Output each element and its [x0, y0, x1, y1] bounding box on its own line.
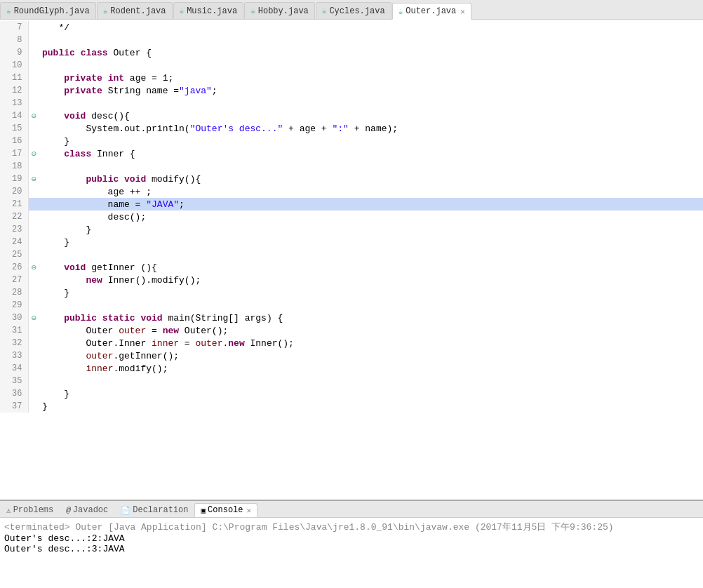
- code-editor[interactable]: 7 */8 9public class Outer {10 11 private…: [0, 20, 703, 500]
- line-number-12: 12: [0, 84, 28, 97]
- fold-gutter-26[interactable]: ⊖: [28, 261, 39, 274]
- code-content-16[interactable]: }: [39, 135, 703, 147]
- code-row-9: 9public class Outer {: [0, 46, 703, 59]
- code-content-21[interactable]: name = "JAVA";: [39, 198, 703, 211]
- console-output-line1: Outer's desc...:2:JAVA: [4, 533, 699, 544]
- code-content-32[interactable]: Outer.Inner inner = outer.new Inner();: [39, 337, 703, 349]
- java-icon-music: ☕: [180, 6, 185, 15]
- line-number-15: 15: [0, 122, 28, 135]
- fold-gutter-30[interactable]: ⊖: [28, 312, 39, 324]
- code-content-11[interactable]: private int age = 1;: [39, 72, 703, 84]
- console-close[interactable]: ✕: [247, 506, 252, 515]
- code-row-8: 8: [0, 34, 703, 46]
- code-content-20[interactable]: age ++ ;: [39, 185, 703, 198]
- line-number-22: 22: [0, 211, 28, 223]
- tab-problems[interactable]: ⚠ Problems: [0, 503, 60, 517]
- line-number-18: 18: [0, 160, 28, 173]
- tab-outer[interactable]: ☕ Outer.java ✕: [392, 3, 471, 20]
- code-content-15[interactable]: System.out.println("Outer's desc..." + a…: [39, 122, 703, 135]
- tab-declaration[interactable]: 📄 Declaration: [114, 503, 194, 517]
- code-row-17: 17⊖ class Inner {: [0, 147, 703, 160]
- tab-cycles[interactable]: ☕ Cycles.java: [316, 2, 391, 19]
- java-icon-rodent: ☕: [103, 6, 108, 15]
- tab-javadoc[interactable]: @ Javadoc: [60, 503, 114, 517]
- fold-gutter-32: [28, 337, 39, 349]
- code-content-17[interactable]: class Inner {: [39, 147, 703, 160]
- line-number-10: 10: [0, 59, 28, 72]
- line-number-17: 17: [0, 147, 28, 160]
- console-icon: ▣: [201, 506, 206, 515]
- code-content-8[interactable]: [39, 34, 703, 46]
- code-content-13[interactable]: [39, 97, 703, 109]
- code-content-29[interactable]: [39, 299, 703, 312]
- code-row-12: 12 private String name ="java";: [0, 84, 703, 97]
- java-icon-cycles: ☕: [322, 6, 327, 15]
- line-number-24: 24: [0, 236, 28, 248]
- code-row-26: 26⊖ void getInner (){: [0, 261, 703, 274]
- fold-gutter-14[interactable]: ⊖: [28, 109, 39, 122]
- line-number-7: 7: [0, 21, 28, 34]
- line-number-36: 36: [0, 387, 28, 400]
- tab-close-outer[interactable]: ✕: [460, 7, 465, 16]
- line-number-21: 21: [0, 198, 28, 211]
- line-number-8: 8: [0, 34, 28, 46]
- fold-gutter-17[interactable]: ⊖: [28, 147, 39, 160]
- code-row-36: 36 }: [0, 387, 703, 400]
- tab-music[interactable]: ☕ Music.java: [173, 2, 244, 19]
- code-content-19[interactable]: public void modify(){: [39, 173, 703, 185]
- fold-gutter-31: [28, 324, 39, 337]
- line-number-28: 28: [0, 286, 28, 299]
- code-content-9[interactable]: public class Outer {: [39, 46, 703, 59]
- code-content-35[interactable]: [39, 375, 703, 387]
- code-content-14[interactable]: void desc(){: [39, 109, 703, 122]
- tab-rodent[interactable]: ☕ Rodent.java: [97, 2, 173, 19]
- code-content-7[interactable]: */: [39, 21, 703, 34]
- code-content-26[interactable]: void getInner (){: [39, 261, 703, 274]
- code-row-25: 25: [0, 248, 703, 261]
- tab-console-label: Console: [208, 505, 243, 515]
- code-row-24: 24 }: [0, 236, 703, 248]
- line-number-13: 13: [0, 97, 28, 109]
- line-number-14: 14: [0, 109, 28, 122]
- fold-gutter-28: [28, 286, 39, 299]
- tab-label-rodent: Rodent.java: [110, 6, 166, 16]
- code-content-28[interactable]: }: [39, 286, 703, 299]
- code-row-37: 37}: [0, 400, 703, 413]
- code-content-23[interactable]: }: [39, 223, 703, 236]
- line-number-16: 16: [0, 135, 28, 147]
- code-content-27[interactable]: new Inner().modify();: [39, 274, 703, 286]
- fold-gutter-11: [28, 72, 39, 84]
- tab-bar: ☕ RoundGlyph.java ☕ Rodent.java ☕ Music.…: [0, 0, 703, 20]
- code-content-18[interactable]: [39, 160, 703, 173]
- fold-gutter-35: [28, 375, 39, 387]
- code-content-33[interactable]: outer.getInner();: [39, 349, 703, 362]
- line-number-35: 35: [0, 375, 28, 387]
- code-content-37[interactable]: }: [39, 400, 703, 413]
- code-row-18: 18: [0, 160, 703, 173]
- code-content-10[interactable]: [39, 59, 703, 72]
- code-content-25[interactable]: [39, 248, 703, 261]
- tab-hobby[interactable]: ☕ Hobby.java: [244, 2, 315, 19]
- code-content-24[interactable]: }: [39, 236, 703, 248]
- code-content-31[interactable]: Outer outer = new Outer();: [39, 324, 703, 337]
- code-row-22: 22 desc();: [0, 211, 703, 223]
- code-content-36[interactable]: }: [39, 387, 703, 400]
- code-row-31: 31 Outer outer = new Outer();: [0, 324, 703, 337]
- code-content-22[interactable]: desc();: [39, 211, 703, 223]
- tab-label-music: Music.java: [187, 6, 237, 16]
- fold-gutter-25: [28, 248, 39, 261]
- code-row-28: 28 }: [0, 286, 703, 299]
- fold-gutter-13: [28, 97, 39, 109]
- code-row-11: 11 private int age = 1;: [0, 72, 703, 84]
- code-row-34: 34 inner.modify();: [0, 362, 703, 375]
- code-content-30[interactable]: public static void main(String[] args) {: [39, 312, 703, 324]
- tab-roundglyph[interactable]: ☕ RoundGlyph.java: [0, 2, 96, 19]
- fold-gutter-19[interactable]: ⊖: [28, 173, 39, 185]
- tab-label-hobby: Hobby.java: [258, 6, 309, 16]
- fold-gutter-21: [28, 198, 39, 211]
- code-content-34[interactable]: inner.modify();: [39, 362, 703, 375]
- tab-console[interactable]: ▣ Console ✕: [194, 503, 257, 517]
- code-row-33: 33 outer.getInner();: [0, 349, 703, 362]
- fold-gutter-23: [28, 223, 39, 236]
- code-content-12[interactable]: private String name ="java";: [39, 84, 703, 97]
